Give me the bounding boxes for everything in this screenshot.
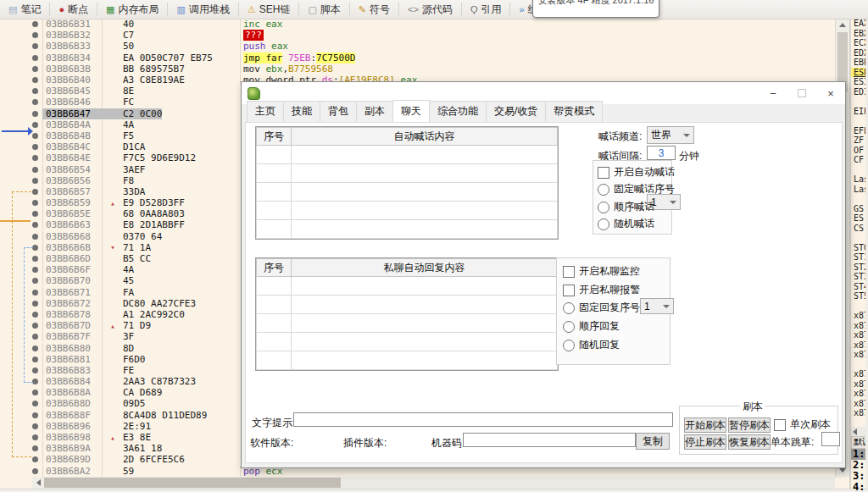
text-tip-input[interactable] xyxy=(293,412,673,427)
breakpoint-dot[interactable] xyxy=(32,278,38,284)
disasm-row[interactable]: 03BB6B3350push eax xyxy=(0,41,835,52)
auto-reply-table[interactable]: 序号私聊自动回复内容 xyxy=(255,257,559,371)
channel-combobox[interactable]: 世界 xyxy=(647,126,694,144)
breakpoint-dot[interactable] xyxy=(32,43,38,49)
breakpoint-dot[interactable] xyxy=(32,133,38,139)
horizontal-scroll-thumb[interactable] xyxy=(44,478,341,488)
breakpoint-dot[interactable] xyxy=(32,21,38,27)
tab-0[interactable]: 主页 xyxy=(247,101,284,122)
table-row[interactable] xyxy=(257,277,558,296)
disasm-horizontal-scrollbar[interactable] xyxy=(32,477,835,489)
tab-6[interactable]: 交易/收货 xyxy=(486,101,546,122)
breakpoint-dot[interactable] xyxy=(32,267,38,273)
private-chat-alarm-checkbox[interactable]: 开启私聊报警 xyxy=(563,283,640,297)
breakpoint-dot[interactable] xyxy=(32,468,38,474)
breakpoint-dot[interactable] xyxy=(32,77,38,83)
single-skip-input[interactable] xyxy=(821,432,840,446)
tab-3[interactable]: 副本 xyxy=(356,101,393,122)
stop-brush-button[interactable]: 停止刷本 xyxy=(684,434,726,450)
toolbar-item-memory-map[interactable]: ▦内存布局 xyxy=(97,0,167,19)
minimize-button[interactable]: − xyxy=(759,82,787,104)
breakpoint-dot[interactable] xyxy=(32,423,38,429)
breakpoint-dot[interactable] xyxy=(32,390,38,395)
toolbar-item-source[interactable]: <>源代码 xyxy=(399,0,461,19)
breakpoint-dot[interactable] xyxy=(32,99,38,105)
breakpoint-dot[interactable] xyxy=(32,256,38,262)
breakpoint-dot[interactable] xyxy=(32,222,38,228)
breakpoint-dot[interactable] xyxy=(32,167,38,173)
toolbar-item-notes[interactable]: ▤笔记 xyxy=(0,0,49,19)
breakpoint-dot[interactable] xyxy=(32,122,38,128)
breakpoint-dot[interactable] xyxy=(32,32,38,38)
disasm-row[interactable]: 03BB6B3140inc eax xyxy=(0,19,835,30)
interval-input[interactable] xyxy=(647,146,676,160)
tab-active-4[interactable]: 聊天 xyxy=(392,100,430,122)
sequential-reply-radio[interactable]: 顺序回复 xyxy=(563,319,620,334)
breakpoint-dot[interactable] xyxy=(32,357,38,362)
breakpoint-dot[interactable] xyxy=(32,323,38,329)
maximize-button[interactable] xyxy=(787,82,816,104)
breakpoint-dot[interactable] xyxy=(32,155,38,161)
table-row[interactable] xyxy=(257,202,558,220)
breakpoint-dot[interactable] xyxy=(32,178,38,184)
table-row[interactable] xyxy=(257,296,558,314)
breakpoint-dot[interactable] xyxy=(32,301,38,307)
breakpoint-dot[interactable] xyxy=(32,234,38,240)
tab-5[interactable]: 综合功能 xyxy=(429,101,487,122)
toolbar-item-seh-chain[interactable]: ⚠SEH链 xyxy=(239,0,299,19)
registers-pane[interactable]: EAXEBXECXEDXEBPESPESIEDIEIPEFLZFOFCFLasL… xyxy=(849,19,867,477)
toolbar-item-references[interactable]: Ϙ引用 xyxy=(462,0,510,19)
toolbar-item-call-stack[interactable]: ▥调用堆栈 xyxy=(168,0,237,19)
toolbar-item-breakpoints[interactable]: ●断点 xyxy=(50,0,97,19)
start-brush-button[interactable]: 开始刷本 xyxy=(684,417,726,433)
private-chat-monitor-checkbox[interactable]: 开启私聊监控 xyxy=(563,264,640,279)
breakpoint-dot[interactable] xyxy=(32,401,38,406)
breakpoint-dot[interactable] xyxy=(32,245,38,251)
table-row[interactable] xyxy=(257,146,558,164)
disasm-row[interactable]: 03BB6B32C7??? xyxy=(0,30,835,41)
tab-7[interactable]: 帮贡模式 xyxy=(545,101,603,122)
breakpoint-dot[interactable] xyxy=(32,290,38,296)
table-row[interactable] xyxy=(257,333,558,351)
breakpoint-dot[interactable] xyxy=(32,368,38,373)
random-shout-radio[interactable]: 随机喊话 xyxy=(598,217,654,231)
fixed-reply-radio[interactable]: 固定回复序号 xyxy=(563,301,640,315)
table-row[interactable] xyxy=(257,183,558,202)
table-row[interactable] xyxy=(257,164,558,183)
close-button[interactable]: × xyxy=(816,82,845,104)
sequential-shout-radio[interactable]: 顺序喊话 xyxy=(598,200,654,214)
breakpoint-dot[interactable] xyxy=(32,111,38,117)
copy-button[interactable]: 复制 xyxy=(636,433,670,450)
disasm-row[interactable]: 03BB6B34EA 0D50C707 EB75jmp far 75EB:7C7… xyxy=(0,53,835,64)
table-row[interactable] xyxy=(257,220,558,239)
tab-2[interactable]: 背包 xyxy=(320,101,357,122)
breakpoint-dot[interactable] xyxy=(32,412,38,418)
breakpoint-dot[interactable] xyxy=(32,189,38,195)
breakpoint-dot[interactable] xyxy=(32,312,38,318)
fixed-reply-index-combobox[interactable]: 1 xyxy=(640,298,674,314)
random-reply-radio[interactable]: 随机回复 xyxy=(563,338,620,352)
resume-brush-button[interactable]: 恢复刷本 xyxy=(728,434,771,450)
breakpoint-dot[interactable] xyxy=(32,379,38,384)
table-row[interactable] xyxy=(257,314,558,333)
breakpoint-dot[interactable] xyxy=(32,334,38,340)
breakpoint-dot[interactable] xyxy=(32,434,38,440)
breakpoint-dot[interactable] xyxy=(32,456,38,462)
machine-code-input[interactable] xyxy=(463,433,636,447)
breakpoint-dot[interactable] xyxy=(32,66,38,72)
breakpoint-dot[interactable] xyxy=(32,144,38,150)
toolbar-item-script[interactable]: ▢脚本 xyxy=(299,0,348,19)
pause-brush-button[interactable]: 暂停刷本 xyxy=(728,417,771,433)
scroll-left-button[interactable] xyxy=(32,477,44,489)
tab-1[interactable]: 技能 xyxy=(283,101,320,122)
table-row[interactable] xyxy=(257,351,558,370)
breakpoint-dot[interactable] xyxy=(32,88,38,94)
breakpoint-dot[interactable] xyxy=(32,346,38,351)
breakpoint-dot[interactable] xyxy=(32,445,38,451)
breakpoint-dot[interactable] xyxy=(32,211,38,217)
breakpoint-dot[interactable] xyxy=(32,55,38,61)
breakpoint-dot[interactable] xyxy=(32,200,38,206)
disasm-row[interactable]: 03BB6B3BBB 689575B7mov ebx,B7759568 xyxy=(0,64,835,75)
enable-auto-shout-checkbox[interactable]: 开启自动喊话 xyxy=(598,165,675,180)
scroll-up-button[interactable] xyxy=(836,19,849,31)
